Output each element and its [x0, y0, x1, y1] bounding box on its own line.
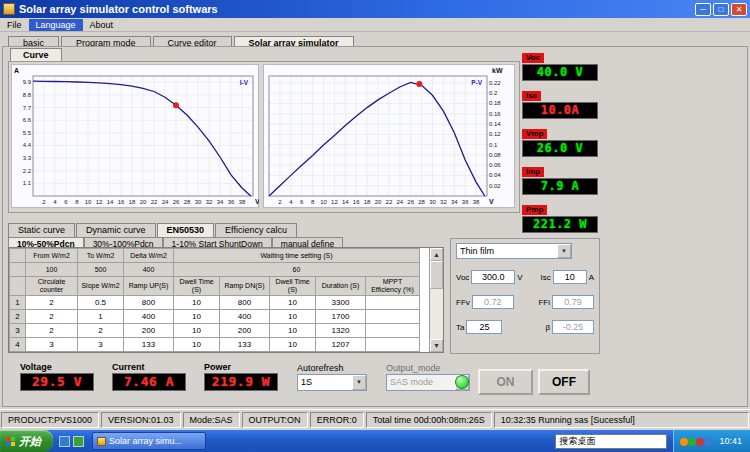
table-cell[interactable]: 1320 — [316, 323, 366, 337]
svg-text:16: 16 — [353, 199, 360, 205]
table-cell[interactable]: 1207 — [316, 337, 366, 351]
svg-text:0.12: 0.12 — [489, 131, 501, 137]
taskbar-task-button[interactable]: Solar array simu... — [92, 432, 206, 450]
orange-app-icon[interactable] — [680, 438, 688, 446]
table-cell[interactable] — [366, 295, 420, 309]
column-header-cell: Dwell Time (S) — [174, 277, 220, 295]
status-segment-4: ERROR:0 — [310, 412, 364, 428]
param-input-ta[interactable]: 25 — [466, 320, 502, 334]
svg-text:10: 10 — [85, 199, 92, 205]
table-cell[interactable]: 10 — [270, 323, 316, 337]
status-bar: PRODUCT:PVS1000VERSION:01.03Mode:SASOUTP… — [0, 409, 750, 430]
table-cell[interactable]: 10 — [270, 295, 316, 309]
readout-imp: Imp7.9 A — [522, 160, 602, 195]
scrollbar-track[interactable] — [430, 261, 443, 339]
menu-language[interactable]: Language — [29, 19, 83, 31]
table-row: 120.580010800103300 — [10, 295, 420, 309]
header-cell: Delta W/m2 — [124, 249, 174, 263]
table-cell[interactable]: 800 — [220, 295, 270, 309]
table-cell[interactable]: 1700 — [316, 309, 366, 323]
start-button[interactable]: 开始 — [0, 430, 53, 452]
status-segment-1: VERSION:01.03 — [101, 412, 181, 428]
readout-vmp: Vmp26.0 V — [522, 122, 602, 157]
table-column-header-row: Circulate counterSlope W/m2Ramp UP(S)Dwe… — [10, 277, 420, 295]
svg-text:0.2: 0.2 — [489, 90, 498, 96]
table-cell[interactable]: 400 — [124, 309, 174, 323]
desktop-icon[interactable] — [73, 436, 84, 447]
table-cell[interactable]: 200 — [124, 323, 174, 337]
table-row: 22140010400101700 — [10, 309, 420, 323]
table-cell[interactable] — [366, 309, 420, 323]
param-input-ffv[interactable]: 0.72 — [472, 295, 514, 309]
table-cell[interactable]: 10 — [270, 309, 316, 323]
table-header-row: From W/m2To W/m2Delta W/m2Waiting time s… — [10, 249, 420, 263]
svg-text:22: 22 — [386, 199, 393, 205]
meter-label-power: Power — [204, 362, 278, 373]
param-label-beta: β — [545, 323, 550, 332]
dropdown-arrow-icon[interactable]: ▼ — [557, 244, 571, 258]
table-cell[interactable]: 400 — [220, 309, 270, 323]
header-value-cell: 400 — [124, 263, 174, 277]
table-cell[interactable]: 200 — [220, 323, 270, 337]
maximize-button[interactable]: □ — [713, 3, 729, 16]
on-button[interactable]: ON — [478, 369, 533, 395]
table-cell[interactable]: 800 — [124, 295, 174, 309]
param-input-beta[interactable]: -0.25 — [552, 320, 594, 334]
meter-label-voltage: Voltage — [20, 362, 94, 373]
table-cell[interactable]: 10 — [174, 295, 220, 309]
readout-label-imp: Imp — [522, 167, 544, 177]
green-status-icon[interactable] — [688, 438, 696, 446]
pv-model-select[interactable]: Thin film ▼ — [456, 243, 572, 259]
param-label-ffv: FFv — [456, 298, 470, 307]
off-button[interactable]: OFF — [538, 369, 590, 395]
table-cell[interactable]: 10 — [270, 337, 316, 351]
table-cell[interactable]: 133 — [220, 337, 270, 351]
svg-text:38: 38 — [239, 199, 246, 205]
iv-curve-mpp-marker — [173, 102, 179, 108]
scroll-down-icon[interactable]: ▼ — [430, 339, 443, 352]
table-cell[interactable] — [366, 323, 420, 337]
svg-text:26: 26 — [407, 199, 414, 205]
param-isc: Isc10A — [540, 270, 594, 284]
table-cell[interactable]: 10 — [174, 309, 220, 323]
table-cell[interactable]: 2 — [78, 323, 124, 337]
table-cell[interactable]: 3300 — [316, 295, 366, 309]
scroll-up-icon[interactable]: ▲ — [430, 248, 443, 261]
table-cell[interactable]: 10 — [174, 337, 220, 351]
blue-network-icon[interactable] — [704, 438, 712, 446]
status-segment-6: 10:32:35 Running sas [Sucessful] — [494, 412, 749, 428]
param-row: Voc300.0VIsc10A — [456, 270, 594, 284]
table-cell[interactable]: 2 — [26, 323, 78, 337]
column-header-cell: Slope W/m2 — [78, 277, 124, 295]
table-cell[interactable] — [366, 337, 420, 351]
corner-cell — [10, 263, 26, 277]
param-input-ffi[interactable]: 0.79 — [552, 295, 594, 309]
table-scrollbar[interactable]: ▲ ▼ — [429, 248, 443, 352]
table-cell[interactable]: 3 — [78, 337, 124, 351]
close-button[interactable]: ✕ — [731, 3, 747, 16]
table-cell[interactable]: 133 — [124, 337, 174, 351]
dropdown-arrow-icon[interactable]: ▼ — [352, 375, 366, 390]
legend-pv-curve: P-V — [471, 79, 483, 86]
red-alert-icon[interactable] — [696, 438, 704, 446]
param-input-voc[interactable]: 300.0 — [471, 270, 515, 284]
tab-curve[interactable]: Curve — [10, 48, 62, 62]
table-cell[interactable]: 3 — [26, 337, 78, 351]
table-cell[interactable]: 0.5 — [78, 295, 124, 309]
table-cell[interactable]: 10 — [174, 323, 220, 337]
readout-isc: Isc10.0A — [522, 84, 602, 119]
taskbar-search-input[interactable]: 搜索桌面 — [555, 434, 667, 449]
scrollbar-thumb[interactable] — [430, 261, 443, 289]
svg-text:2.2: 2.2 — [23, 168, 32, 174]
menu-file[interactable]: File — [0, 19, 29, 31]
meter-value-voltage: 29.5 V — [20, 373, 94, 391]
table-cell[interactable]: 1 — [78, 309, 124, 323]
autorefresh-select[interactable]: 1S ▼ — [297, 374, 367, 391]
svg-text:14: 14 — [107, 199, 114, 205]
table-cell[interactable]: 2 — [26, 309, 78, 323]
ie-icon[interactable] — [59, 436, 70, 447]
param-input-isc[interactable]: 10 — [553, 270, 587, 284]
table-cell[interactable]: 2 — [26, 295, 78, 309]
minimize-button[interactable]: ─ — [695, 3, 711, 16]
menu-about[interactable]: About — [83, 19, 121, 31]
